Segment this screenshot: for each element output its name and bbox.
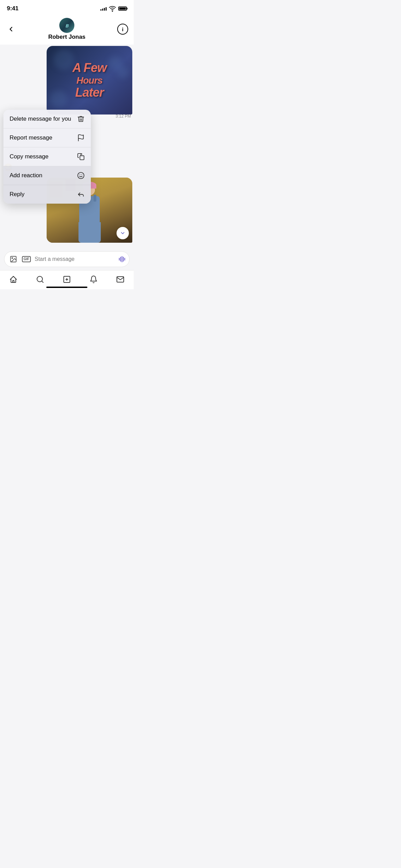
context-delete[interactable]: Delete message for you xyxy=(3,110,91,129)
back-arrow-icon xyxy=(7,25,15,33)
wifi-icon xyxy=(109,5,116,12)
nav-home[interactable] xyxy=(5,271,22,288)
message-input-container: GIF xyxy=(4,251,130,267)
svg-rect-2 xyxy=(80,156,84,160)
status-icons xyxy=(100,5,127,12)
home-bar xyxy=(46,287,87,288)
signal-icon xyxy=(100,7,107,11)
battery-icon xyxy=(118,7,127,11)
avatar[interactable]: ʙ xyxy=(59,18,74,33)
nav-notifications[interactable] xyxy=(85,271,102,288)
status-time: 9:41 xyxy=(7,5,19,12)
context-copy[interactable]: Copy message xyxy=(3,147,91,166)
scroll-down-button[interactable] xyxy=(117,227,129,239)
trash-icon xyxy=(77,115,85,123)
context-menu: Delete message for you Report message Co… xyxy=(3,110,91,204)
image-icon xyxy=(10,255,17,263)
nav-compose[interactable] xyxy=(59,271,75,288)
nav-search[interactable] xyxy=(32,271,48,288)
svg-line-12 xyxy=(42,281,43,282)
status-bar: 9:41 xyxy=(0,0,134,15)
svg-point-4 xyxy=(78,172,84,179)
chat-header: ʙ Robert Jonas i xyxy=(0,15,134,45)
nav-messages[interactable] xyxy=(112,271,129,288)
chat-area: A Few Hours Later 3:12 PM Delete message… xyxy=(0,45,134,246)
reply-icon xyxy=(77,191,85,198)
movie-text: A Few Hours Later xyxy=(72,61,107,99)
context-reaction[interactable]: Add reaction xyxy=(3,166,91,185)
emoji-icon xyxy=(77,172,85,179)
voice-button[interactable] xyxy=(119,256,125,262)
context-delete-label: Delete message for you xyxy=(10,116,71,122)
input-bar: GIF xyxy=(0,248,134,270)
context-copy-label: Copy message xyxy=(10,153,48,160)
compose-icon xyxy=(63,275,71,284)
mail-icon xyxy=(116,275,124,284)
context-reply[interactable]: Reply xyxy=(3,185,91,204)
context-reaction-label: Add reaction xyxy=(10,172,42,179)
contact-name: Robert Jonas xyxy=(48,34,86,40)
search-icon xyxy=(36,275,44,284)
flag-icon xyxy=(77,134,85,142)
message-image-1: A Few Hours Later xyxy=(47,46,132,114)
context-report-label: Report message xyxy=(10,134,52,141)
copy-icon xyxy=(77,153,85,160)
message-input[interactable] xyxy=(35,256,116,262)
chevron-down-icon xyxy=(120,230,125,236)
header-center: ʙ Robert Jonas xyxy=(48,18,86,40)
bell-icon xyxy=(89,275,98,284)
context-reply-label: Reply xyxy=(10,191,24,198)
back-button[interactable] xyxy=(5,24,16,35)
svg-point-10 xyxy=(12,257,13,258)
avatar-initials: ʙ xyxy=(65,22,68,29)
home-icon xyxy=(9,275,17,284)
svg-point-0 xyxy=(112,11,113,11)
context-report[interactable]: Report message xyxy=(3,129,91,147)
info-button[interactable]: i xyxy=(117,24,128,35)
gif-picker-button[interactable]: GIF xyxy=(22,254,31,264)
image-picker-button[interactable] xyxy=(9,254,18,264)
movie-poster-image: A Few Hours Later xyxy=(47,46,132,114)
gif-icon: GIF xyxy=(22,256,31,262)
